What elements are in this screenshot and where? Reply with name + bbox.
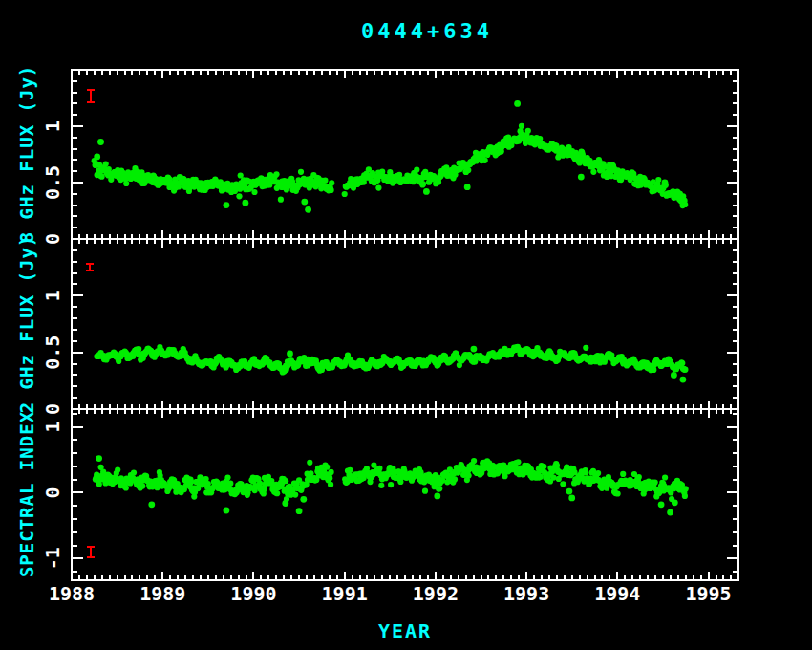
y-tick-label: 0.5 bbox=[41, 165, 64, 200]
error-bar-marker-spectral bbox=[87, 547, 95, 558]
outlier-point bbox=[282, 500, 288, 507]
outlier-point bbox=[658, 501, 665, 508]
error-bar-marker-flux8 bbox=[87, 90, 95, 102]
outlier-point bbox=[287, 351, 293, 358]
y-tick-label: 0 bbox=[41, 487, 64, 498]
series-flux8-points bbox=[92, 100, 689, 213]
outlier-point bbox=[301, 199, 308, 206]
y-tick-label: 1 bbox=[41, 422, 64, 433]
outlier-point bbox=[578, 174, 585, 181]
y-axis-label-spectral-index: SPECTRAL INDEX bbox=[16, 411, 37, 577]
outlier-point bbox=[667, 509, 673, 516]
plot-canvas: 1988198919901991199219931994199500.5100.… bbox=[0, 0, 812, 650]
y-tick-label: 0 bbox=[41, 403, 64, 415]
outlier-point bbox=[423, 188, 430, 195]
outlier-point bbox=[96, 170, 102, 177]
outlier-point bbox=[94, 154, 100, 161]
outlier-point bbox=[148, 501, 155, 508]
axis-ticks bbox=[72, 70, 738, 580]
outlier-point bbox=[662, 180, 669, 186]
outlier-point bbox=[464, 184, 471, 190]
outlier-point bbox=[96, 455, 102, 462]
x-tick-label: 1990 bbox=[230, 582, 276, 605]
outlier-point bbox=[680, 377, 687, 383]
y-axis-label-8ghz-flux: 8 GHz FLUX (Jy) bbox=[16, 65, 37, 244]
outlier-point bbox=[672, 499, 678, 506]
outlier-point bbox=[568, 495, 575, 502]
outlier-point bbox=[566, 488, 573, 495]
x-axis-label-year: YEAR bbox=[378, 619, 432, 642]
error-bar-marker-flux2 bbox=[86, 264, 94, 271]
frame-border bbox=[72, 70, 738, 580]
y-axis-label-2ghz-flux: 2 GHz FLUX (Jy) bbox=[16, 235, 37, 414]
source-title: 0444+634 bbox=[361, 19, 493, 43]
y-tick-label: 0 bbox=[41, 233, 64, 245]
x-tick-label: 1991 bbox=[322, 582, 368, 605]
y-tick-label: 1 bbox=[41, 120, 64, 132]
outlier-point bbox=[514, 100, 521, 107]
outlier-point bbox=[434, 493, 440, 500]
outlier-point bbox=[224, 508, 230, 514]
y-tick-label: 0.5 bbox=[41, 336, 64, 370]
y-tick-labels: 00.5100.51-101 bbox=[41, 120, 64, 570]
outlier-point bbox=[296, 508, 303, 514]
x-tick-label: 1993 bbox=[503, 582, 549, 605]
x-tick-label: 1994 bbox=[594, 582, 640, 605]
x-tick-label: 1988 bbox=[49, 582, 95, 605]
series-flux2-points bbox=[94, 344, 688, 383]
y-tick-label: 1 bbox=[41, 290, 64, 301]
outlier-point bbox=[671, 372, 677, 379]
plot-frame bbox=[72, 70, 738, 580]
outlier-point bbox=[300, 496, 307, 503]
outlier-point bbox=[471, 346, 478, 353]
x-tick-label: 1989 bbox=[139, 582, 185, 605]
x-tick-labels: 19881989199019911992199319941995 bbox=[49, 582, 732, 605]
x-tick-label: 1995 bbox=[685, 582, 731, 605]
outlier-point bbox=[224, 202, 230, 208]
series-spectral-points bbox=[93, 455, 689, 515]
light-curve-figure: 1988198919901991199219931994199500.5100.… bbox=[0, 0, 812, 650]
outlier-point bbox=[97, 139, 104, 145]
x-tick-label: 1992 bbox=[413, 582, 459, 605]
y-tick-label: -1 bbox=[41, 547, 64, 570]
outlier-point bbox=[305, 206, 311, 213]
outlier-point bbox=[243, 200, 249, 206]
